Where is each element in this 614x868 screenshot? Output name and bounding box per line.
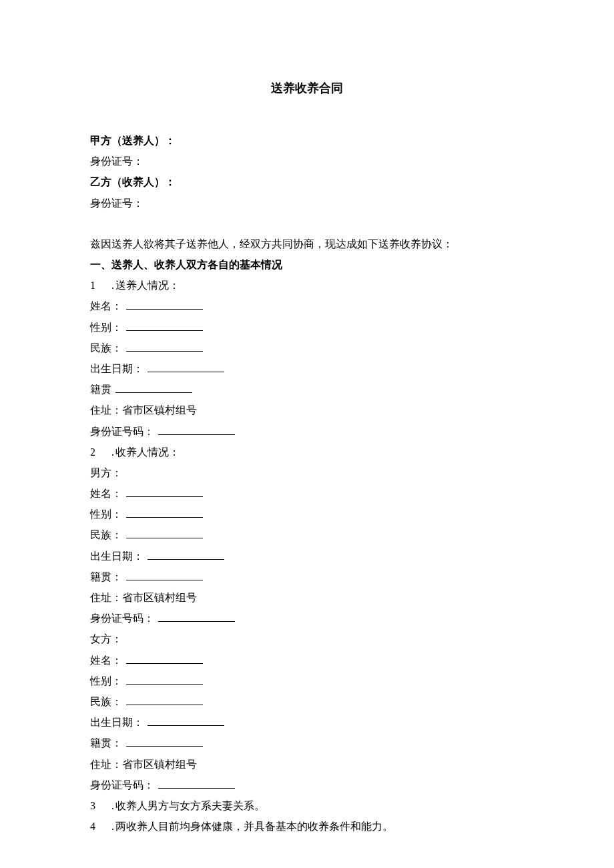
sender-gender-label: 性别： [90,322,122,333]
adopter-female-id-label: 身份证号码： [90,779,154,791]
adopter-female-dob-row: 出生日期： [90,712,524,733]
adopter-male-name-row: 姓名： [90,483,524,504]
intro-paragraph: 兹因送养人欲将其子送养他人，经双方共同协商，现达成如下送养收养协议： [90,234,524,254]
adopter-male-gender-row: 性别： [90,504,524,524]
adopter-female-name-blank[interactable] [126,655,203,664]
adopter-female-hometown-row: 籍贯： [90,733,524,753]
item-3-row: 3 .收养人男方与女方系夫妻关系。 [90,795,524,816]
sender-ethnicity-blank[interactable] [126,342,203,352]
adopter-male-id-label: 身份证号码： [90,612,154,624]
sender-id-label: 身份证号码： [90,426,154,437]
adopter-male-dob-label: 出生日期： [90,550,143,562]
adopter-female-gender-label: 性别： [90,675,122,687]
item-1-number: 1 [90,275,101,296]
adopter-female-label: 女方： [90,628,524,649]
adopter-male-gender-blank[interactable] [126,509,203,518]
sender-gender-row: 性别： [90,317,524,338]
adopter-male-dob-row: 出生日期： [90,546,524,566]
document-title: 送养收养合同 [90,77,524,100]
party-b-id-label: 身份证号： [90,193,524,213]
adopter-female-dob-blank[interactable] [147,717,224,727]
adopter-female-hometown-blank[interactable] [126,738,203,747]
adopter-female-gender-blank[interactable] [126,675,203,685]
sender-name-row: 姓名： [90,296,524,316]
sender-id-blank[interactable] [158,426,235,435]
adopter-female-name-row: 姓名： [90,650,524,671]
adopter-female-name-label: 姓名： [90,655,122,666]
sender-hometown-label: 籍贯 [90,384,111,395]
adopter-male-hometown-blank[interactable] [126,571,203,580]
party-a-label: 甲方（送养人）： [90,130,524,151]
adopter-female-address-row: 住址：省市区镇村组号 [90,754,524,775]
item-2-text: 收养人情况： [115,446,180,458]
adopter-male-id-row: 身份证号码： [90,608,524,628]
item-2-dot: . [111,446,114,458]
sender-name-label: 姓名： [90,300,122,312]
adopter-female-dob-label: 出生日期： [90,717,143,728]
adopter-male-hometown-label: 籍贯： [90,571,122,582]
sender-gender-blank[interactable] [126,322,203,331]
section-1-heading: 一、送养人、收养人双方各自的基本情况 [90,254,524,275]
adopter-female-ethnicity-label: 民族： [90,696,122,707]
adopter-male-hometown-row: 籍贯： [90,566,524,587]
item-4-text: 两收养人目前均身体健康，并具备基本的收养条件和能力。 [115,821,393,832]
item-3-number: 3 [90,795,101,816]
adopter-male-ethnicity-row: 民族： [90,524,524,545]
item-4-number: 4 [90,816,101,837]
adopter-male-address-row: 住址：省市区镇村组号 [90,587,524,608]
adopter-female-ethnicity-row: 民族： [90,691,524,712]
item-1-dot: . [111,280,114,291]
party-b-label: 乙方（收养人）： [90,171,524,192]
item-1-text: 送养人情况： [115,280,180,291]
sender-ethnicity-row: 民族： [90,338,524,358]
adopter-male-ethnicity-blank[interactable] [126,530,203,539]
item-3-text: 收养人男方与女方系夫妻关系。 [115,800,265,811]
sender-dob-blank[interactable] [147,363,224,372]
item-1-row: 1 .送养人情况： [90,275,524,296]
item-2-row: 2 .收养人情况： [90,442,524,462]
item-4-row: 4 .两收养人目前均身体健康，并具备基本的收养条件和能力。 [90,816,524,837]
sender-ethnicity-label: 民族： [90,342,122,354]
adopter-male-id-blank[interactable] [158,613,235,622]
sender-address-row: 住址：省市区镇村组号 [90,400,524,420]
adopter-female-gender-row: 性别： [90,671,524,691]
item-2-number: 2 [90,442,101,462]
adopter-male-label: 男方： [90,462,524,483]
sender-id-row: 身份证号码： [90,421,524,442]
sender-name-blank[interactable] [126,301,203,310]
party-a-id-label: 身份证号： [90,151,524,171]
adopter-male-gender-label: 性别： [90,508,122,520]
adopter-male-name-label: 姓名： [90,488,122,499]
adopter-female-id-blank[interactable] [158,779,235,789]
adopter-female-id-row: 身份证号码： [90,775,524,795]
adopter-male-ethnicity-label: 民族： [90,529,122,540]
sender-dob-row: 出生日期： [90,358,524,379]
adopter-male-name-blank[interactable] [126,488,203,498]
sender-hometown-row: 籍贯 [90,379,524,400]
adopter-male-dob-blank[interactable] [147,550,224,560]
sender-hometown-blank[interactable] [115,384,192,394]
adopter-female-ethnicity-blank[interactable] [126,696,203,705]
sender-dob-label: 出生日期： [90,363,143,374]
adopter-female-hometown-label: 籍贯： [90,737,122,749]
item-4-dot: . [111,821,114,832]
item-3-dot: . [111,800,114,811]
